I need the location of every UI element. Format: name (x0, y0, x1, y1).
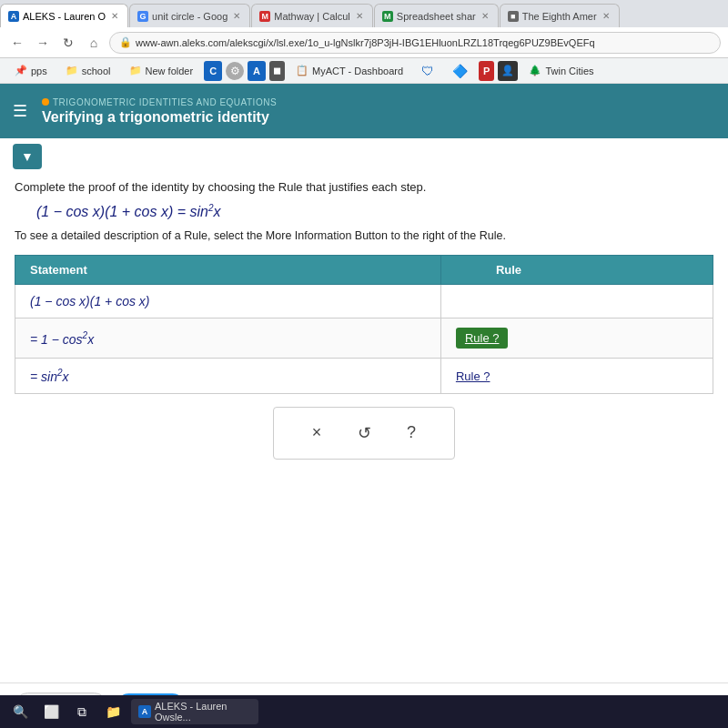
bookmark-portrait[interactable]: 👤 (498, 61, 518, 81)
tab-close-google[interactable]: ✕ (231, 11, 242, 21)
equation-display: (1 − cos x)(1 + cos x) = sin2x (36, 203, 713, 220)
bookmark-box[interactable]: ◼ (269, 61, 285, 81)
bookmark-twin-cities-icon: 🌲 (529, 65, 541, 76)
bookmark-school-label: school (82, 66, 111, 76)
bookmark-myact[interactable]: 📋 MyACT - Dashboard (288, 61, 410, 81)
tab-bar: A ALEKS - Lauren O ✕ G unit circle - Goo… (0, 0, 728, 27)
taskbar: 🔍 ⬜ ⧉ 📁 A ALEKS - Lauren Owsle... (0, 695, 728, 728)
bookmark-gear[interactable]: ⚙ (226, 62, 244, 80)
lock-icon: 🔒 (119, 36, 132, 48)
rule-link-3[interactable]: Rule ? (456, 369, 490, 383)
bookmark-school-icon: 📁 (66, 65, 78, 76)
taskbar-folder-icon[interactable]: 📁 (100, 699, 126, 724)
table-header-statement: Statement (15, 256, 441, 285)
tab-google[interactable]: G unit circle - Goog ✕ (129, 4, 250, 27)
tab-close-mathway[interactable]: ✕ (354, 11, 365, 21)
tab-favicon-eighth: ■ (508, 11, 519, 22)
table-cell-statement-1: (1 − cos x)(1 + cos x) (15, 285, 441, 318)
bookmark-school[interactable]: 📁 school (58, 61, 118, 81)
home-button[interactable]: ⌂ (84, 33, 104, 53)
bookmark-c[interactable]: C (204, 61, 222, 81)
tab-label-eighth: The Eighth Amer (522, 11, 597, 22)
aleks-subtitle: TRIGONOMETRIC IDENTITIES AND EQUATIONS (42, 97, 277, 107)
table-cell-rule-2: Rule ? (440, 318, 713, 359)
tab-label-spreadsheet: Spreadsheet shar (397, 11, 476, 22)
bookmark-a-label: A (253, 66, 260, 76)
aleks-title: Verifying a trigonometric identity (42, 109, 277, 126)
address-bar: ← → ↻ ⌂ 🔒 www-awn.aleks.com/alekscgi/x/l… (0, 27, 728, 58)
math-statement-3: = sin2x (30, 369, 69, 384)
page-content: ☰ TRIGONOMETRIC IDENTITIES AND EQUATIONS… (0, 84, 728, 728)
action-buttons: × ↺ ? (273, 407, 455, 460)
math-statement-2: = 1 − cos2x (30, 332, 94, 347)
chevron-section: ▼ (0, 138, 728, 175)
bookmark-myact-label: MyACT - Dashboard (312, 66, 403, 76)
undo-action-button[interactable]: ↺ (349, 419, 379, 448)
taskbar-aleks-item[interactable]: A ALEKS - Lauren Owsle... (131, 699, 258, 724)
tab-favicon-aleks: A (8, 11, 19, 22)
url-text: www-awn.aleks.com/alekscgi/x/lsl.exe/1o_… (136, 37, 595, 48)
menu-icon[interactable]: ☰ (13, 101, 27, 121)
bookmark-c-label: C (209, 66, 217, 76)
bookmark-new-folder-label: New folder (146, 66, 194, 76)
header-text-block: TRIGONOMETRIC IDENTITIES AND EQUATIONS V… (42, 97, 277, 126)
tab-eighth[interactable]: ■ The Eighth Amer ✕ (500, 4, 620, 27)
table-row-3: = sin2x Rule ? (15, 359, 713, 394)
url-box[interactable]: 🔒 www-awn.aleks.com/alekscgi/x/lsl.exe/1… (109, 32, 721, 54)
chevron-button[interactable]: ▼ (13, 144, 42, 169)
forward-button[interactable]: → (33, 33, 53, 53)
note-text: To see a detailed description of a Rule,… (15, 229, 713, 242)
math-statement-1: (1 − cos x)(1 + cos x) (30, 294, 150, 308)
taskbar-cortana-icon[interactable]: ⬜ (38, 699, 64, 724)
bookmark-pps-icon: 📌 (15, 65, 27, 76)
aleks-header: ☰ TRIGONOMETRIC IDENTITIES AND EQUATIONS… (0, 84, 728, 138)
help-action-button[interactable]: ? (397, 419, 426, 448)
taskbar-taskview-icon[interactable]: ⧉ (69, 699, 95, 724)
table-row-1: (1 − cos x)(1 + cos x) (15, 285, 713, 318)
rule-button-2[interactable]: Rule ? (456, 328, 509, 349)
tab-label-mathway: Mathway | Calcul (274, 11, 350, 22)
bookmark-pps-label: pps (31, 66, 47, 76)
tab-close-aleks[interactable]: ✕ (109, 11, 120, 21)
taskbar-aleks-favicon: A (138, 705, 151, 718)
bookmark-a[interactable]: A (248, 61, 266, 81)
table-cell-statement-2: = 1 − cos2x (15, 318, 441, 359)
tab-aleks[interactable]: A ALEKS - Lauren O ✕ (0, 4, 128, 27)
bookmark-myact-icon: 📋 (296, 65, 308, 76)
proof-table: Statement Rule (1 − cos x)(1 + cos x) (15, 255, 713, 394)
tab-close-spreadsheet[interactable]: ✕ (480, 11, 490, 21)
tab-label-google: unit circle - Goog (152, 11, 228, 22)
instruction-text: Complete the proof of the identity by ch… (15, 180, 713, 194)
bookmark-twin-cities-label: Twin Cities (545, 66, 593, 76)
table-header-rule: Rule (440, 256, 713, 285)
bookmark-shield2[interactable]: 🔷 (445, 61, 475, 81)
bookmarks-bar: 📌 pps 📁 school 📁 New folder C ⚙ A ◼ 📋 My… (0, 58, 728, 84)
bookmark-new-folder[interactable]: 📁 New folder (122, 61, 201, 81)
back-button[interactable]: ← (7, 33, 27, 53)
taskbar-aleks-label: ALEKS - Lauren Owsle... (155, 701, 251, 723)
table-cell-rule-1 (440, 285, 713, 318)
bookmark-twin-cities[interactable]: 🌲 Twin Cities (521, 61, 601, 81)
table-row-2: = 1 − cos2x Rule ? (15, 318, 713, 359)
tab-favicon-google: G (137, 11, 148, 22)
table-cell-statement-3: = sin2x (15, 359, 441, 394)
bookmark-p[interactable]: P (479, 61, 494, 81)
main-area: Complete the proof of the identity by ch… (0, 175, 728, 481)
bookmark-shield1[interactable]: 🛡 (414, 61, 441, 81)
tab-favicon-mathway: M (259, 11, 270, 22)
equation-text: (1 − cos x)(1 + cos x) = sin2x (36, 204, 221, 219)
close-action-button[interactable]: × (302, 419, 331, 448)
bookmark-pps[interactable]: 📌 pps (7, 61, 55, 81)
tab-mathway[interactable]: M Mathway | Calcul ✕ (251, 4, 373, 27)
bookmark-new-folder-icon: 📁 (129, 65, 142, 76)
refresh-button[interactable]: ↻ (58, 33, 78, 53)
tab-spreadsheet[interactable]: M Spreadsheet shar ✕ (374, 4, 499, 27)
taskbar-search-icon[interactable]: 🔍 (7, 699, 33, 724)
tab-close-eighth[interactable]: ✕ (601, 11, 612, 21)
tab-favicon-spreadsheet: M (382, 11, 393, 22)
status-dot (42, 98, 49, 106)
tab-label-aleks: ALEKS - Lauren O (23, 11, 106, 22)
table-cell-rule-3: Rule ? (440, 359, 713, 394)
